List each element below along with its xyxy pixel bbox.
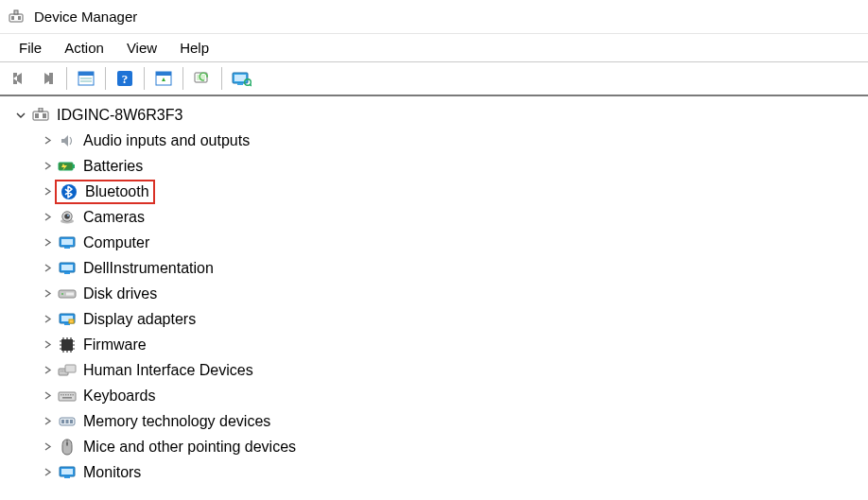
svg-rect-71 bbox=[66, 420, 69, 423]
tree-item[interactable]: Firmware bbox=[13, 332, 868, 357]
expand-arrow-icon[interactable] bbox=[40, 210, 55, 225]
svg-rect-2 bbox=[18, 16, 21, 20]
display-icon bbox=[57, 310, 78, 329]
expand-arrow-icon[interactable] bbox=[40, 133, 55, 148]
tree-item[interactable]: Computer bbox=[13, 230, 868, 255]
tree-item-label: Cameras bbox=[83, 209, 145, 226]
svg-rect-72 bbox=[70, 420, 73, 423]
expand-arrow-icon[interactable] bbox=[40, 286, 55, 302]
svg-rect-22 bbox=[39, 108, 43, 112]
svg-rect-16 bbox=[237, 83, 243, 85]
svg-rect-20 bbox=[35, 113, 39, 118]
bluetooth-icon bbox=[59, 182, 79, 201]
show-hidden-button[interactable] bbox=[228, 66, 254, 91]
help-button[interactable]: ? bbox=[112, 66, 138, 91]
mouse-icon bbox=[57, 438, 78, 457]
audio-icon bbox=[57, 131, 78, 150]
tree-item[interactable]: Monitors bbox=[13, 459, 868, 485]
window-title: Device Manager bbox=[34, 9, 137, 25]
properties-button[interactable] bbox=[73, 66, 99, 91]
svg-rect-3 bbox=[14, 10, 18, 14]
expand-arrow-icon[interactable] bbox=[40, 235, 55, 250]
device-manager-icon bbox=[8, 9, 25, 26]
expand-arrow-icon[interactable] bbox=[40, 414, 55, 429]
expand-arrow-icon[interactable] bbox=[40, 388, 55, 404]
tree-item[interactable]: DellInstrumentation bbox=[13, 255, 868, 281]
svg-rect-11 bbox=[156, 72, 171, 76]
collapse-arrow-icon[interactable] bbox=[13, 108, 28, 123]
tree-item[interactable]: Audio inputs and outputs bbox=[13, 128, 868, 153]
svg-rect-1 bbox=[11, 16, 14, 20]
battery-icon bbox=[57, 157, 78, 176]
expand-arrow-icon[interactable] bbox=[40, 312, 55, 327]
svg-text:?: ? bbox=[122, 72, 129, 86]
svg-rect-61 bbox=[59, 392, 76, 401]
camera-icon bbox=[57, 208, 78, 227]
svg-rect-67 bbox=[73, 394, 74, 395]
tree-item[interactable]: Bluetooth bbox=[13, 179, 868, 204]
tree-item-label: Monitors bbox=[83, 464, 141, 481]
tree-item[interactable]: Cameras bbox=[13, 204, 868, 230]
expand-arrow-icon[interactable] bbox=[40, 261, 55, 276]
svg-point-28 bbox=[64, 214, 70, 219]
svg-rect-59 bbox=[62, 371, 63, 371]
tree-root[interactable]: IDGINC-8W6R3F3 bbox=[13, 102, 868, 128]
tree-item[interactable]: Display adapters bbox=[13, 306, 868, 332]
tree-item[interactable]: Human Interface Devices bbox=[13, 357, 868, 383]
expand-arrow-icon[interactable] bbox=[40, 337, 55, 353]
svg-rect-66 bbox=[70, 394, 71, 395]
svg-rect-58 bbox=[61, 371, 61, 371]
scan-hardware-button[interactable] bbox=[189, 66, 216, 91]
tree-item[interactable]: Memory technology devices bbox=[13, 408, 868, 434]
hid-icon bbox=[57, 361, 78, 380]
expand-arrow-icon[interactable] bbox=[40, 440, 55, 455]
svg-rect-76 bbox=[61, 469, 73, 474]
tree-item[interactable]: Batteries bbox=[13, 153, 868, 179]
tree-item-label: Disk drives bbox=[83, 285, 157, 302]
expand-arrow-icon[interactable] bbox=[40, 465, 55, 480]
svg-rect-68 bbox=[62, 397, 72, 399]
svg-line-18 bbox=[250, 84, 252, 86]
svg-rect-77 bbox=[64, 476, 70, 478]
forward-button[interactable] bbox=[34, 66, 61, 91]
svg-rect-38 bbox=[66, 292, 74, 295]
tree-item-label: Memory technology devices bbox=[83, 413, 270, 430]
svg-rect-32 bbox=[64, 247, 70, 249]
computer-icon bbox=[57, 233, 78, 252]
expand-arrow-icon[interactable] bbox=[40, 159, 55, 174]
tree-item-label: Keyboards bbox=[83, 388, 156, 405]
tree-item-label: DellInstrumentation bbox=[83, 260, 214, 277]
back-button[interactable] bbox=[6, 66, 32, 91]
menu-view[interactable]: View bbox=[117, 38, 166, 58]
menu-help[interactable]: Help bbox=[170, 38, 218, 58]
svg-rect-74 bbox=[66, 442, 68, 445]
toolbar: ? bbox=[0, 62, 868, 96]
tree-item-label: Computer bbox=[83, 234, 149, 251]
svg-rect-70 bbox=[61, 420, 64, 423]
tree-item-label: Audio inputs and outputs bbox=[83, 132, 250, 149]
tree-item[interactable]: Mice and other pointing devices bbox=[13, 434, 868, 459]
device-tree[interactable]: IDGINC-8W6R3F3 Audio inputs and outputsB… bbox=[0, 96, 868, 485]
update-driver-button[interactable] bbox=[150, 66, 177, 91]
svg-rect-60 bbox=[64, 371, 65, 371]
memory-icon bbox=[57, 412, 78, 431]
tree-item[interactable]: Keyboards bbox=[13, 383, 868, 408]
expand-arrow-icon[interactable] bbox=[40, 363, 55, 378]
expand-arrow-icon[interactable] bbox=[40, 184, 55, 199]
menu-file[interactable]: File bbox=[9, 38, 51, 58]
computer-icon bbox=[57, 259, 78, 278]
toolbar-separator bbox=[105, 67, 106, 90]
tree-item[interactable]: Disk drives bbox=[13, 281, 868, 306]
toolbar-separator bbox=[182, 67, 183, 90]
svg-rect-64 bbox=[65, 394, 66, 395]
titlebar: Device Manager bbox=[0, 0, 868, 34]
disk-icon bbox=[57, 284, 78, 303]
svg-point-29 bbox=[67, 215, 69, 216]
toolbar-separator bbox=[66, 67, 67, 90]
monitor-icon bbox=[57, 463, 78, 482]
toolbar-separator bbox=[144, 67, 145, 90]
menu-action[interactable]: Action bbox=[55, 38, 113, 58]
tree-item-label: Firmware bbox=[83, 336, 147, 353]
svg-rect-15 bbox=[234, 75, 246, 81]
svg-rect-63 bbox=[63, 394, 64, 395]
